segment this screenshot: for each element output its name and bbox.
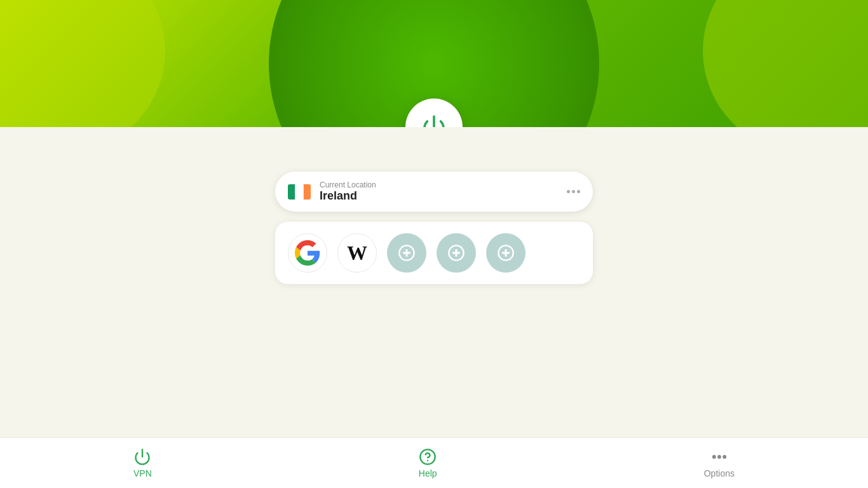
location-more-button[interactable]	[567, 190, 580, 193]
location-text: Current Location Ireland	[320, 180, 376, 203]
svg-point-13	[713, 456, 715, 458]
svg-point-15	[723, 456, 726, 458]
location-country: Ireland	[320, 189, 376, 203]
svg-point-14	[718, 456, 721, 458]
wikipedia-letter: W	[347, 241, 367, 265]
shortcut-add-1[interactable]	[387, 233, 426, 273]
shortcut-wikipedia[interactable]: W	[337, 233, 377, 273]
add-icon-3	[497, 244, 515, 262]
dot2	[572, 190, 575, 193]
flag-orange-stripe	[304, 184, 311, 200]
vpn-label: VPN	[133, 468, 152, 478]
dot3	[577, 190, 580, 193]
location-label: Current Location	[320, 180, 376, 189]
bottom-nav: VPN Help Options	[0, 437, 868, 488]
ireland-flag	[288, 184, 311, 200]
help-label: Help	[419, 468, 437, 478]
flag-green-stripe	[288, 184, 295, 200]
nav-item-vpn[interactable]: VPN	[108, 443, 177, 484]
shortcut-google[interactable]	[288, 233, 327, 273]
help-icon	[419, 448, 437, 466]
options-label: Options	[704, 468, 735, 478]
banner-circle-right	[703, 0, 868, 127]
banner-circle-left	[0, 0, 165, 127]
location-card[interactable]: Current Location Ireland	[275, 172, 593, 212]
top-banner	[0, 0, 868, 127]
vpn-power-icon	[133, 448, 151, 466]
power-icon	[421, 114, 447, 127]
shortcuts-card: W	[275, 222, 593, 284]
shortcut-add-2[interactable]	[437, 233, 476, 273]
add-icon-1	[398, 244, 416, 262]
shortcut-add-3[interactable]	[486, 233, 526, 273]
google-logo	[295, 240, 320, 266]
location-left: Current Location Ireland	[288, 180, 376, 203]
options-icon	[710, 448, 728, 466]
nav-item-help[interactable]: Help	[393, 443, 463, 484]
nav-item-options[interactable]: Options	[679, 443, 760, 484]
dot1	[567, 190, 570, 193]
main-content: Current Location Ireland W	[0, 127, 868, 437]
add-icon-2	[447, 244, 465, 262]
flag-white-stripe	[295, 184, 303, 200]
